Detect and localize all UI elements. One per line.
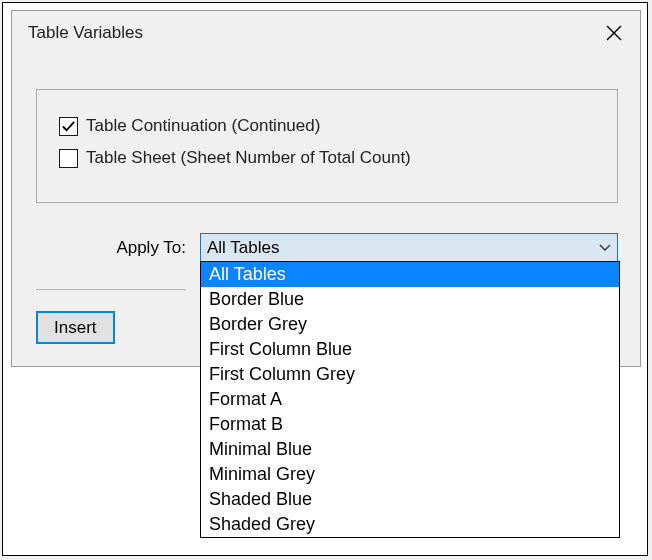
chevron-down-icon	[599, 244, 611, 252]
apply-to-dropdown[interactable]: All TablesBorder BlueBorder GreyFirst Co…	[200, 261, 620, 538]
apply-to-label: Apply To:	[12, 238, 200, 258]
dropdown-option[interactable]: Border Grey	[201, 312, 619, 337]
options-group: Table Continuation (Continued) Table She…	[36, 89, 618, 203]
continuation-checkbox[interactable]	[59, 117, 78, 136]
dropdown-option[interactable]: Shaded Blue	[201, 487, 619, 512]
combo-arrow	[593, 234, 617, 261]
dropdown-option[interactable]: Shaded Grey	[201, 512, 619, 537]
dropdown-option[interactable]: Minimal Blue	[201, 437, 619, 462]
dropdown-option[interactable]: Format A	[201, 387, 619, 412]
titlebar: Table Variables	[12, 11, 640, 55]
dropdown-option[interactable]: Format B	[201, 412, 619, 437]
insert-button[interactable]: Insert	[36, 311, 115, 344]
close-button[interactable]	[602, 21, 626, 45]
dialog-title: Table Variables	[28, 23, 602, 43]
dropdown-option[interactable]: Minimal Grey	[201, 462, 619, 487]
apply-to-value: All Tables	[201, 238, 593, 258]
apply-to-combo[interactable]: All Tables	[200, 233, 618, 262]
sheet-checkbox[interactable]	[59, 149, 78, 168]
insert-button-label: Insert	[54, 318, 97, 338]
apply-to-row: Apply To: All Tables	[12, 233, 640, 262]
dropdown-option[interactable]: First Column Blue	[201, 337, 619, 362]
dropdown-option[interactable]: Border Blue	[201, 287, 619, 312]
continuation-row[interactable]: Table Continuation (Continued)	[37, 110, 617, 142]
window-frame: Table Variables Table Continuation (Cont…	[2, 2, 648, 556]
sheet-label: Table Sheet (Sheet Number of Total Count…	[86, 148, 411, 168]
separator	[36, 289, 186, 290]
check-icon	[61, 119, 76, 134]
sheet-row[interactable]: Table Sheet (Sheet Number of Total Count…	[37, 142, 617, 174]
close-icon	[606, 25, 622, 41]
continuation-label: Table Continuation (Continued)	[86, 116, 320, 136]
dropdown-option[interactable]: All Tables	[201, 262, 619, 287]
dropdown-option[interactable]: First Column Grey	[201, 362, 619, 387]
